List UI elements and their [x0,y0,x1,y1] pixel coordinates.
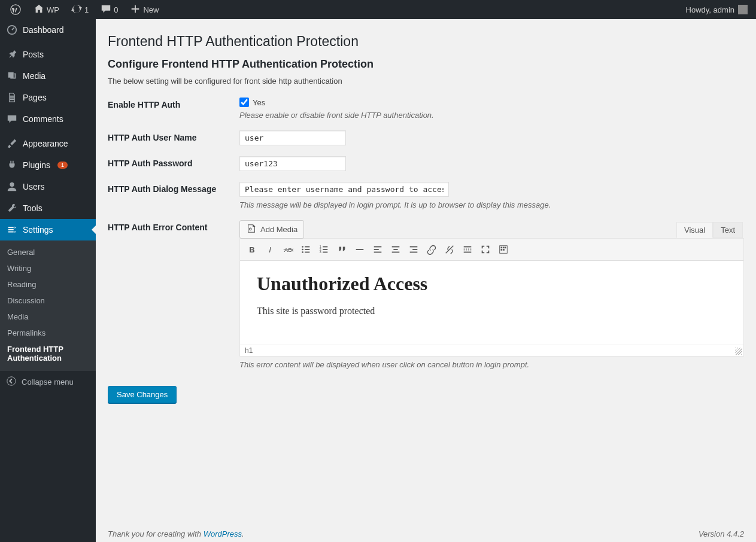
menu-appearance[interactable]: Appearance [0,133,96,154]
align-left-button[interactable] [369,241,386,258]
svg-rect-37 [501,249,503,251]
svg-rect-24 [393,249,397,250]
enable-help: Please enable or disable front side HTTP… [239,111,744,120]
editor-resize-handle[interactable] [735,348,742,355]
main-content: Frontend HTTP Authentication Protection … [96,19,756,542]
username-label: HTTP Auth User Name [108,130,239,142]
howdy-text: Howdy, admin [686,5,734,14]
update-badge: 1 [57,162,68,169]
strikethrough-button[interactable]: ABC [280,241,296,258]
dialog-message-label: HTTP Auth Dialog Message [108,182,239,194]
menu-tools[interactable]: Tools [0,197,96,219]
plus-icon [130,4,141,16]
italic-button[interactable]: I [262,241,278,258]
blockquote-button[interactable] [333,241,350,258]
user-icon [6,181,18,193]
svg-rect-19 [356,249,364,250]
editor-path: h1 [245,346,253,355]
fullscreen-button[interactable] [477,241,494,258]
menu-label: Comments [23,114,63,124]
editor-content[interactable]: Unauthorized Access This site is passwor… [240,261,743,345]
pin-icon [6,48,18,60]
svg-rect-10 [305,249,309,250]
collapse-menu-button[interactable]: Collapse menu [0,371,96,393]
more-button[interactable] [459,241,476,258]
site-name-link[interactable]: WP [29,4,64,16]
submenu-frontend-http-auth[interactable]: Frontend HTTP Authentication [0,341,96,366]
comment-icon [6,113,18,125]
svg-rect-12 [305,252,309,253]
comments-count: 0 [114,5,118,14]
topbar-left: WP 1 0 New [5,4,163,16]
svg-rect-20 [374,246,382,248]
error-body-text: This site is password protected [257,306,727,316]
menu-label: Plugins [23,160,50,170]
tab-visual[interactable]: Visual [676,222,713,238]
updates-count: 1 [84,5,89,14]
avatar [738,5,748,14]
submenu-permalinks[interactable]: Permalinks [0,325,96,341]
collapse-label: Collapse menu [22,377,74,386]
link-button[interactable] [423,241,440,258]
svg-rect-8 [305,246,309,248]
comment-icon [101,4,111,16]
settings-submenu: General Writing Reading Discussion Media… [0,240,96,371]
enable-checkbox[interactable] [239,98,249,107]
refresh-icon [71,4,82,16]
menu-comments[interactable]: Comments [0,108,96,130]
new-content-link[interactable]: New [125,4,163,16]
submenu-reading[interactable]: Reading [0,276,96,293]
bullet-list-button[interactable] [297,241,314,258]
svg-rect-34 [501,247,503,249]
svg-rect-38 [503,249,505,251]
menu-users[interactable]: Users [0,176,96,197]
section-description: The below setting will be configured for… [108,77,744,86]
bold-button[interactable]: B [244,241,260,258]
menu-posts[interactable]: Posts [0,44,96,65]
align-right-button[interactable] [405,241,422,258]
comments-link[interactable]: 0 [96,4,123,16]
editor-tabs: Visual Text [239,222,743,238]
menu-media[interactable]: Media [0,65,96,87]
svg-rect-35 [503,247,505,249]
menu-label: Appearance [23,139,68,148]
enable-yes-text: Yes [253,98,265,107]
svg-point-7 [302,246,303,248]
hr-button[interactable] [351,241,368,258]
submenu-discussion[interactable]: Discussion [0,293,96,309]
wordpress-link[interactable]: WordPress [204,529,242,538]
menu-label: Dashboard [23,25,64,35]
save-button[interactable]: Save Changes [108,386,177,403]
unlink-button[interactable] [441,241,458,258]
menu-plugins[interactable]: Plugins 1 [0,154,96,176]
submenu-media[interactable]: Media [0,309,96,325]
svg-point-3 [10,182,14,187]
enable-checkbox-wrap[interactable]: Yes [239,98,744,107]
editor-statusbar: h1 [240,345,743,356]
wp-logo-menu[interactable] [5,4,26,16]
menu-pages[interactable]: Pages [0,87,96,108]
username-input[interactable] [239,130,346,145]
menu-dashboard[interactable]: Dashboard [0,19,96,41]
toolbar-toggle-button[interactable] [495,241,512,258]
add-media-button[interactable]: Add Media [239,220,304,239]
menu-label: Posts [23,50,44,59]
tab-text[interactable]: Text [713,222,743,238]
topbar-account[interactable]: Howdy, admin [686,5,751,14]
svg-rect-36 [505,247,506,249]
menu-label: Tools [23,203,42,213]
numbered-list-button[interactable]: 123 [315,241,332,258]
submenu-general[interactable]: General [0,244,96,260]
svg-rect-25 [392,252,400,253]
svg-rect-31 [464,249,472,250]
password-input[interactable] [239,156,346,171]
dialog-message-input[interactable] [239,182,449,197]
error-content-help: This error content will be displayed whe… [239,360,744,369]
svg-rect-16 [323,249,327,250]
align-center-button[interactable] [387,241,404,258]
menu-settings[interactable]: Settings [0,219,96,240]
svg-rect-32 [464,252,472,253]
plug-icon [6,159,18,171]
submenu-writing[interactable]: Writing [0,260,96,276]
updates-link[interactable]: 1 [66,4,93,16]
